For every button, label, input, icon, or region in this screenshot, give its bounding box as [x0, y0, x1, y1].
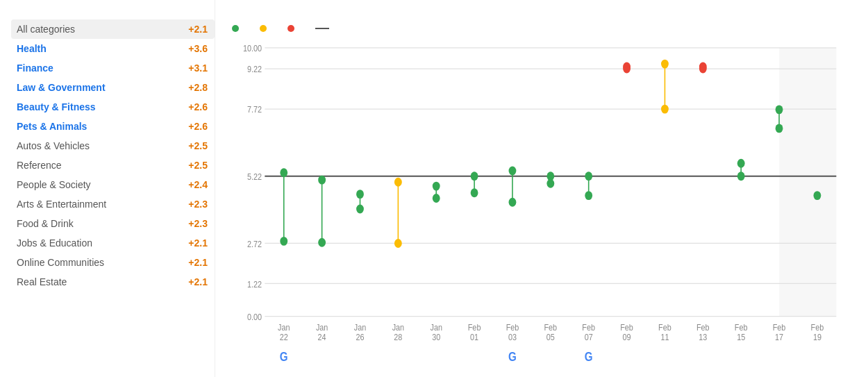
svg-text:G: G	[280, 350, 288, 365]
svg-point-23	[356, 190, 364, 199]
svg-text:15: 15	[737, 333, 745, 343]
svg-point-48	[661, 105, 669, 114]
category-item-0[interactable]: All categories+2.1	[11, 19, 215, 39]
svg-text:Feb: Feb	[468, 322, 481, 333]
category-item-6[interactable]: Autos & Vehicles+2.5	[11, 136, 215, 156]
svg-point-51	[699, 65, 707, 74]
chart-svg: 10.009.227.725.222.721.220.00Jan22GJan24…	[235, 39, 851, 370]
category-item-11[interactable]: Jobs & Education+2.1	[11, 233, 215, 253]
svg-text:0.00: 0.00	[247, 312, 262, 322]
category-item-7[interactable]: Reference+2.5	[11, 156, 215, 175]
category-item-9[interactable]: Arts & Entertainment+2.3	[11, 194, 215, 214]
cat-value-0: +2.1	[188, 24, 208, 35]
chart-inner: 10.009.227.725.222.721.220.00Jan22GJan24…	[235, 39, 851, 370]
category-item-4[interactable]: Beauty & Fitness+2.6	[11, 97, 215, 117]
svg-rect-0	[779, 48, 836, 317]
legend-normal	[232, 25, 243, 32]
svg-point-47	[661, 60, 669, 69]
normal-dot	[232, 25, 239, 32]
cat-label-2: Finance	[17, 62, 53, 74]
svg-point-35	[509, 167, 517, 176]
svg-text:Jan: Jan	[431, 322, 442, 333]
svg-text:Feb: Feb	[620, 322, 633, 333]
svg-text:7.72: 7.72	[247, 104, 262, 115]
cat-label-13: Real Estate	[17, 276, 67, 287]
svg-point-29	[433, 182, 440, 191]
svg-text:07: 07	[585, 333, 593, 343]
cat-value-11: +2.1	[188, 237, 208, 249]
legend-critical	[287, 25, 299, 32]
svg-text:19: 19	[813, 333, 821, 343]
svg-point-39	[546, 179, 554, 188]
cat-value-13: +2.1	[188, 276, 208, 287]
cat-label-3: Law & Government	[17, 82, 106, 93]
svg-point-18	[280, 237, 287, 246]
svg-point-58	[813, 191, 821, 200]
svg-text:28: 28	[394, 333, 402, 343]
legend-moderate	[260, 25, 271, 32]
category-list: All categories+2.1Health+3.6Finance+3.1L…	[11, 19, 215, 292]
category-item-8[interactable]: People & Society+2.4	[11, 175, 215, 194]
svg-text:Feb: Feb	[811, 322, 824, 333]
cat-label-1: Health	[17, 43, 47, 54]
cat-label-9: Arts & Entertainment	[17, 199, 106, 210]
category-item-5[interactable]: Pets & Animals+2.6	[11, 117, 215, 136]
svg-point-17	[280, 168, 287, 177]
cat-label-11: Jobs & Education	[17, 237, 92, 249]
category-item-3[interactable]: Law & Government+2.8	[11, 78, 215, 97]
svg-text:Feb: Feb	[696, 322, 710, 333]
svg-point-56	[776, 105, 783, 114]
chart-legend	[232, 25, 851, 32]
svg-text:26: 26	[356, 333, 364, 343]
cat-label-4: Beauty & Fitness	[17, 101, 96, 112]
svg-point-27	[394, 239, 402, 248]
cat-value-2: +3.1	[188, 62, 208, 74]
svg-text:17: 17	[775, 333, 783, 343]
svg-text:Feb: Feb	[735, 322, 748, 333]
svg-text:Jan: Jan	[354, 322, 366, 333]
cat-label-10: Food & Drink	[17, 218, 74, 229]
category-item-1[interactable]: Health+3.6	[11, 39, 215, 58]
cat-label-8: People & Society	[17, 179, 91, 190]
svg-text:9.22: 9.22	[247, 64, 262, 74]
svg-text:Feb: Feb	[544, 322, 558, 333]
svg-text:Feb: Feb	[506, 322, 519, 333]
chart-container: 10.009.227.725.222.721.220.00Jan22GJan24…	[232, 39, 851, 370]
svg-text:30: 30	[432, 333, 440, 343]
cat-value-3: +2.8	[188, 82, 208, 93]
svg-text:13: 13	[699, 333, 707, 343]
sidebar: All categories+2.1Health+3.6Finance+3.1L…	[0, 0, 215, 377]
cat-label-7: Reference	[17, 160, 62, 171]
svg-text:Jan: Jan	[316, 322, 328, 333]
legend-average	[315, 28, 333, 29]
svg-text:09: 09	[623, 333, 631, 343]
svg-text:G: G	[585, 350, 593, 365]
svg-point-45	[623, 65, 631, 74]
category-item-13[interactable]: Real Estate+2.1	[11, 272, 215, 292]
cat-value-9: +2.3	[188, 199, 208, 210]
svg-point-33	[471, 188, 478, 197]
cat-value-12: +2.1	[188, 257, 208, 268]
cat-label-6: Autos & Vehicles	[17, 140, 90, 151]
svg-point-36	[509, 198, 517, 207]
category-item-10[interactable]: Food & Drink+2.3	[11, 214, 215, 233]
svg-point-20	[318, 176, 326, 185]
category-item-12[interactable]: Online Communities+2.1	[11, 253, 215, 272]
svg-text:Feb: Feb	[582, 322, 595, 333]
svg-text:5.22: 5.22	[247, 171, 262, 182]
svg-point-30	[433, 194, 440, 203]
svg-point-32	[471, 171, 478, 181]
critical-dot	[287, 25, 294, 32]
cat-value-6: +2.5	[188, 140, 208, 151]
svg-text:G: G	[508, 350, 517, 365]
cat-value-7: +2.5	[188, 160, 208, 171]
category-item-2[interactable]: Finance+3.1	[11, 58, 215, 78]
cat-value-5: +2.6	[188, 121, 208, 132]
svg-text:Jan: Jan	[392, 322, 404, 333]
cat-value-1: +3.6	[188, 43, 208, 54]
svg-text:Jan: Jan	[278, 322, 290, 333]
svg-point-42	[585, 191, 592, 200]
svg-text:10.00: 10.00	[243, 43, 262, 53]
svg-point-53	[737, 159, 745, 168]
svg-point-21	[318, 238, 326, 247]
